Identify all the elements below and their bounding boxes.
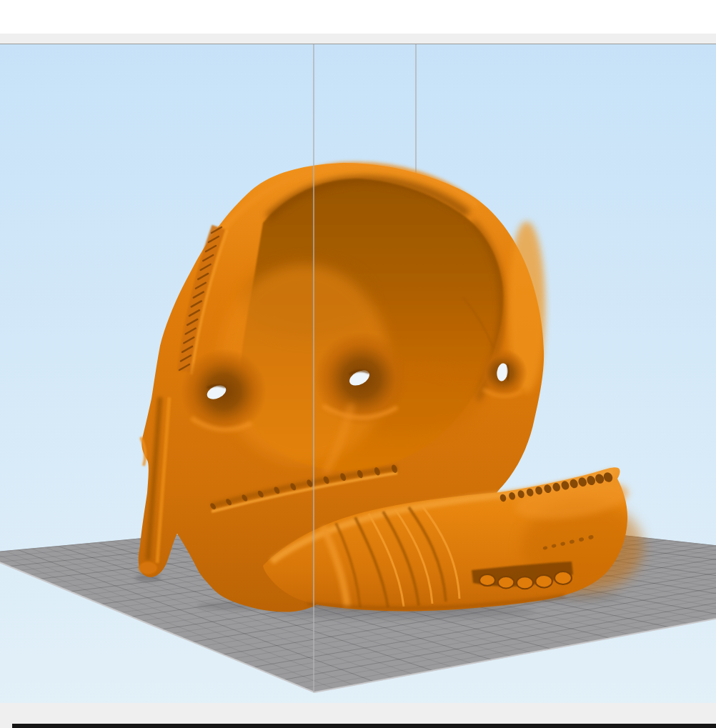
- window-titlebar: [0, 0, 716, 34]
- toolbar-strip: [0, 34, 716, 44]
- viewport-3d[interactable]: [0, 44, 716, 703]
- taskbar-fill: [12, 724, 716, 728]
- status-bar: [0, 703, 716, 724]
- taskbar: [0, 724, 716, 728]
